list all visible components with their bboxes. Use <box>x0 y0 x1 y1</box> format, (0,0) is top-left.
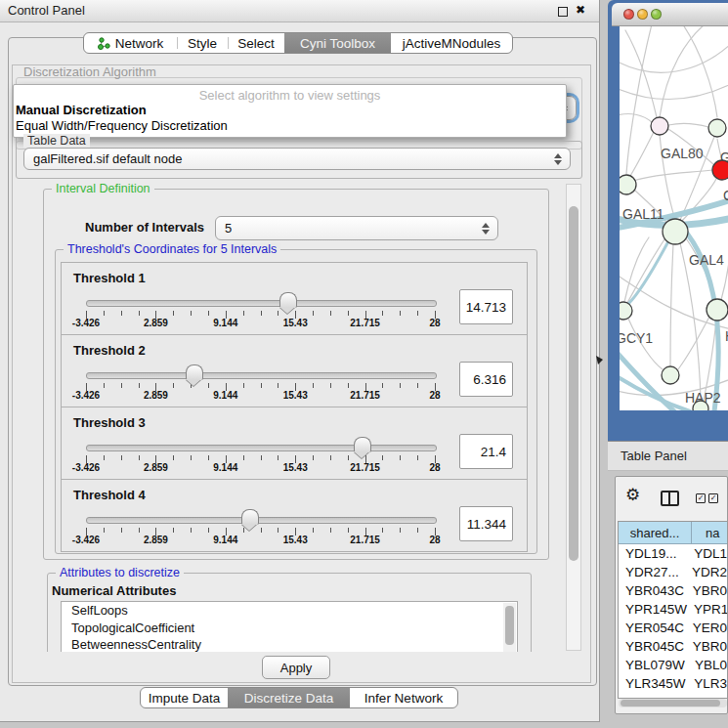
zoom-traffic-light[interactable] <box>651 9 662 20</box>
slider-track[interactable] <box>86 445 437 451</box>
tab-style[interactable]: Style <box>177 33 228 53</box>
network-node-gal11[interactable] <box>620 175 636 194</box>
table-cell[interactable]: YPR145W <box>619 600 687 619</box>
table-cell[interactable]: YBL0 <box>688 656 727 674</box>
menu-item-equal-width-frequency[interactable]: Equal Width/Frequency Discretization <box>16 118 228 133</box>
table-data-title: Table Data <box>23 134 90 148</box>
tab-discretize-data[interactable]: Discretize Data <box>228 688 350 707</box>
table-cell[interactable]: YDL19... <box>619 544 687 563</box>
slider-thumb-point[interactable] <box>354 451 369 458</box>
slider-tick <box>208 383 209 388</box>
threshold-value-field[interactable]: 11.344 <box>459 506 513 541</box>
tab-infer-network[interactable]: Infer Network <box>350 688 457 707</box>
table-cell[interactable]: YDR2 <box>685 563 727 581</box>
threshold-list: Threshold 1-3.4262.8599.14415.4321.71528… <box>56 249 536 539</box>
slider-track[interactable] <box>86 372 437 379</box>
apply-button[interactable]: Apply <box>262 656 330 679</box>
close-icon[interactable]: ✖ <box>576 3 585 17</box>
table-data-combo[interactable]: galFiltered.sif default node <box>23 148 571 170</box>
minimize-traffic-light[interactable] <box>637 9 648 20</box>
tab-cyni-toolbox[interactable]: Cyni Toolbox <box>284 33 391 53</box>
float-window-icon[interactable] <box>558 7 568 17</box>
table-cell[interactable]: YBR0 <box>686 581 727 600</box>
network-node-label: GCY1 <box>620 330 653 346</box>
tab-network[interactable]: Network <box>84 33 177 53</box>
table-row[interactable]: YLR345WYLR3 <box>619 674 727 693</box>
threshold-value-field[interactable]: 14.713 <box>459 289 513 324</box>
network-node-hap2[interactable] <box>662 366 679 384</box>
table-row[interactable]: YDR27...YDR2 <box>619 563 727 581</box>
network-node-gcy1[interactable] <box>620 302 632 320</box>
attributes-scrollbar[interactable] <box>503 603 516 652</box>
slider-tick <box>400 311 401 316</box>
table-cell[interactable]: YBR043C <box>619 581 686 600</box>
table-cell[interactable]: YBR0 <box>686 637 727 656</box>
slider-track[interactable] <box>86 300 437 307</box>
settings-scrollbar-thumb[interactable] <box>569 206 578 561</box>
column-header-shared[interactable]: shared... <box>619 522 692 543</box>
column-header-name[interactable]: na <box>692 522 727 543</box>
checkbox-icon[interactable]: ✓ <box>696 493 706 503</box>
gear-icon[interactable]: ⚙ <box>625 487 640 503</box>
network-node-ga[interactable] <box>708 119 726 137</box>
attribute-item-topologicalcoefficient[interactable]: TopologicalCoefficient <box>62 620 517 637</box>
slider-thumb[interactable] <box>354 437 371 452</box>
table-hscrollbar-thumb[interactable] <box>621 700 720 707</box>
network-node[interactable] <box>693 401 708 410</box>
threshold-value-field[interactable]: 6.316 <box>459 362 513 397</box>
tab-separator <box>228 37 229 49</box>
node-attribute-table[interactable]: shared... na YDL19...YDL1YDR27...YDR2YBR… <box>618 521 728 699</box>
network-canvas[interactable]: GAL80GACGAL11GAL4GCY1HHAP2 <box>620 26 728 410</box>
slider-tick <box>261 311 262 316</box>
table-row[interactable]: YPR145WYPR1 <box>619 600 727 619</box>
network-graph[interactable]: GAL80GACGAL11GAL4GCY1HHAP2 <box>620 26 728 410</box>
table-cell[interactable]: YDL1 <box>687 544 727 563</box>
slider-thumb[interactable] <box>279 292 297 308</box>
table-row[interactable]: YER054CYER0 <box>619 619 727 637</box>
slider-thumb-point[interactable] <box>241 524 257 531</box>
network-node-c[interactable] <box>712 160 728 180</box>
attribute-item-betweennesscentrality[interactable]: BetweennessCentrality <box>62 636 517 652</box>
numerical-attributes-list[interactable]: SelfLoopsTopologicalCoefficientBetweenne… <box>61 601 518 652</box>
attribute-items: SelfLoopsTopologicalCoefficientBetweenne… <box>62 602 517 652</box>
table-row[interactable]: YDL19...YDL1 <box>619 544 727 563</box>
table-cell[interactable]: YER054C <box>619 619 686 637</box>
table-cell[interactable]: YLR3 <box>687 674 727 693</box>
network-node-h[interactable] <box>707 299 728 321</box>
slider-thumb[interactable] <box>186 364 203 380</box>
menu-item-manual-discretization[interactable]: Manual Discretization <box>16 103 147 117</box>
table-cell[interactable]: YBR045C <box>619 637 686 656</box>
attributes-scrollbar-thumb[interactable] <box>505 606 514 645</box>
table-cell[interactable]: YBL079W <box>619 656 688 674</box>
tab-impute-data[interactable]: Impute Data <box>141 688 228 707</box>
network-edge <box>630 132 654 176</box>
table-row[interactable]: YBR045CYBR0 <box>619 637 727 656</box>
slider-track[interactable] <box>86 517 437 524</box>
table-cell[interactable]: YLR345W <box>619 674 687 693</box>
checkbox-icon[interactable]: ✓ <box>708 493 718 503</box>
table-cell[interactable]: YER0 <box>686 619 727 637</box>
threshold-value-field[interactable]: 21.4 <box>459 434 513 469</box>
close-traffic-light[interactable] <box>623 9 634 20</box>
table-cell[interactable]: YPR1 <box>687 600 728 619</box>
table-row[interactable]: YBR043CYBR0 <box>619 581 727 600</box>
table-horizontal-scrollbar[interactable] <box>619 699 727 707</box>
network-node-gal4[interactable] <box>663 219 688 244</box>
slider-thumb-point[interactable] <box>279 307 295 314</box>
attribute-item-selfloops[interactable]: SelfLoops <box>62 602 517 620</box>
settings-scrollbar[interactable] <box>566 184 581 651</box>
slider-thumb-point[interactable] <box>186 379 201 386</box>
number-of-intervals-spinner[interactable]: 5 <box>215 216 498 240</box>
network-window-titlebar[interactable] <box>612 3 728 26</box>
network-node-label: GAL80 <box>661 146 704 161</box>
threshold-panel: Threshold 4-3.4262.8599.14415.4321.71528… <box>61 479 528 552</box>
tab-select[interactable]: Select <box>228 33 284 53</box>
tab-jactivemnodules[interactable]: jActiveMNodules <box>391 33 512 53</box>
slider-tick-label: 28 <box>429 462 440 473</box>
network-node-gal80[interactable] <box>651 117 668 135</box>
columns-icon[interactable] <box>661 491 679 506</box>
table-cell[interactable]: YDR27... <box>619 563 685 581</box>
table-row[interactable]: YBL079WYBL0 <box>619 656 727 674</box>
slider-thumb[interactable] <box>241 509 259 525</box>
slider-tick <box>400 528 401 533</box>
